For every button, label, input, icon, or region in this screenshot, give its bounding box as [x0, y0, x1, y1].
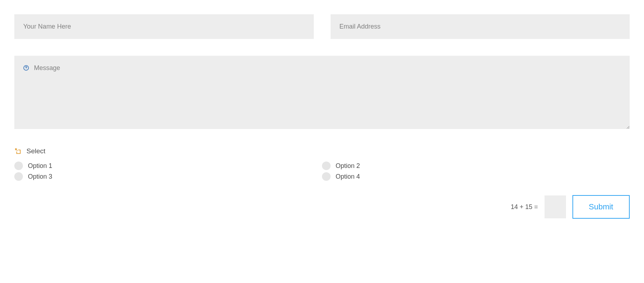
- name-input[interactable]: [14, 14, 314, 39]
- svg-point-1: [26, 69, 26, 69]
- option-label: Option 1: [28, 162, 52, 170]
- email-input[interactable]: [331, 14, 630, 39]
- options-grid: Option 1 Option 2 Option 3 Option 4: [14, 162, 630, 181]
- captcha-question: 14 + 15 =: [511, 203, 538, 211]
- submit-row: 14 + 15 = Submit: [14, 195, 630, 219]
- radio-option-3[interactable]: [14, 172, 23, 181]
- input-row: [14, 14, 630, 39]
- option-item-2: Option 2: [322, 162, 630, 170]
- message-wrapper: [14, 56, 630, 130]
- option-item-1: Option 1: [14, 162, 322, 170]
- radio-option-1[interactable]: [14, 162, 23, 170]
- select-section: Select Option 1 Option 2 Option 3 Option…: [14, 147, 630, 181]
- radio-option-2[interactable]: [322, 162, 331, 170]
- select-label-row: Select: [14, 147, 630, 155]
- option-label: Option 2: [336, 162, 360, 170]
- select-label: Select: [26, 147, 45, 155]
- option-item-4: Option 4: [322, 172, 630, 181]
- option-label: Option 3: [28, 173, 52, 180]
- message-textarea[interactable]: [14, 56, 630, 129]
- radio-option-4[interactable]: [322, 172, 331, 181]
- contact-form: Select Option 1 Option 2 Option 3 Option…: [14, 14, 630, 219]
- captcha-input[interactable]: [545, 195, 566, 218]
- help-icon: [23, 65, 29, 71]
- arrow-into-box-icon: [14, 148, 21, 155]
- option-label: Option 4: [336, 173, 360, 180]
- submit-button[interactable]: Submit: [572, 195, 630, 219]
- option-item-3: Option 3: [14, 172, 322, 181]
